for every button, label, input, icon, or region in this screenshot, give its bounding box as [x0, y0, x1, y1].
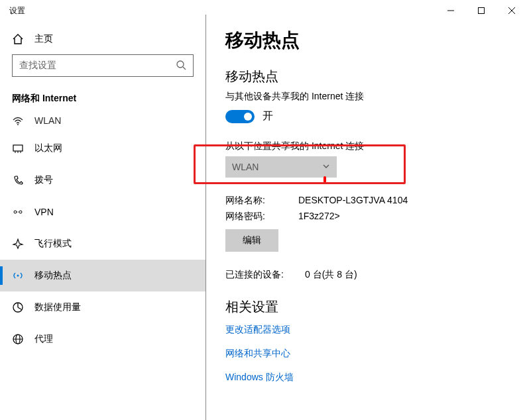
divider	[205, 15, 206, 420]
svg-point-6	[17, 124, 19, 125]
connected-devices-value: 0 台(共 8 台)	[305, 269, 357, 281]
sidebar-item-ethernet[interactable]: 以太网	[0, 132, 205, 164]
home-button[interactable]: 主页	[0, 28, 205, 54]
svg-rect-1	[479, 8, 485, 14]
sidebar-item-dialup[interactable]: 拨号	[0, 164, 205, 196]
annotation-marker	[323, 176, 326, 183]
svg-rect-7	[13, 145, 23, 151]
section-title: 移动热点	[225, 68, 514, 85]
hotspot-toggle[interactable]	[225, 110, 255, 123]
share-from-label: 从以下位置共享我的 Internet 连接	[225, 140, 514, 152]
sidebar: 主页 查找设置 网络和 Internet WLAN 以太网 拨号	[0, 21, 205, 420]
window-title: 设置	[9, 5, 25, 17]
home-icon	[12, 33, 24, 45]
network-password-key: 网络密码:	[225, 211, 298, 223]
sidebar-item-label: 拨号	[34, 174, 53, 186]
toggle-label: 开	[263, 109, 273, 123]
network-name-value: DESKTOP-L3GTJVA 4104	[298, 195, 408, 207]
maximize-button[interactable]	[466, 0, 497, 21]
svg-point-4	[177, 61, 184, 68]
ethernet-icon	[12, 142, 24, 154]
network-name-key: 网络名称:	[225, 195, 298, 207]
link-adapter-options[interactable]: 更改适配器选项	[225, 324, 514, 336]
sidebar-item-label: 代理	[34, 333, 53, 345]
sidebar-item-label: 飞行模式	[34, 238, 72, 250]
sidebar-item-label: WLAN	[34, 115, 61, 126]
search-placeholder: 查找设置	[19, 60, 56, 72]
main-panel: 移动热点 移动热点 与其他设备共享我的 Internet 连接 开 从以下位置共…	[205, 21, 527, 420]
proxy-icon	[12, 333, 24, 345]
minimize-button[interactable]	[436, 0, 466, 21]
svg-point-11	[14, 211, 17, 213]
data-usage-icon	[12, 301, 24, 313]
sidebar-section-title: 网络和 Internet	[0, 90, 205, 109]
sidebar-item-airplane[interactable]: 飞行模式	[0, 228, 205, 260]
sidebar-item-label: 移动热点	[34, 270, 72, 282]
window-controls	[436, 0, 527, 21]
search-input[interactable]: 查找设置	[12, 54, 194, 77]
home-label: 主页	[34, 33, 53, 45]
share-description: 与其他设备共享我的 Internet 连接	[225, 91, 514, 103]
connected-devices-key: 已连接的设备:	[225, 269, 305, 281]
sidebar-item-label: 以太网	[34, 142, 62, 154]
wifi-icon	[12, 115, 24, 127]
sidebar-item-proxy[interactable]: 代理	[0, 323, 205, 355]
sidebar-item-data[interactable]: 数据使用量	[0, 291, 205, 323]
svg-line-5	[183, 67, 186, 70]
chevron-down-icon	[322, 162, 330, 172]
vpn-icon	[12, 206, 24, 218]
svg-point-14	[17, 275, 19, 277]
search-icon	[176, 60, 186, 72]
airplane-icon	[12, 238, 24, 250]
sidebar-item-wlan[interactable]: WLAN	[0, 109, 205, 132]
page-title: 移动热点	[225, 28, 514, 53]
sidebar-item-label: 数据使用量	[34, 301, 81, 313]
hotspot-icon	[12, 270, 24, 282]
edit-button[interactable]: 编辑	[225, 229, 278, 252]
close-button[interactable]	[497, 0, 527, 21]
sidebar-item-hotspot[interactable]: 移动热点	[0, 260, 205, 291]
network-password-value: 1F3z272>	[298, 211, 340, 223]
link-network-sharing-center[interactable]: 网络和共享中心	[225, 348, 514, 360]
share-from-dropdown[interactable]: WLAN	[225, 156, 337, 178]
sidebar-item-label: VPN	[34, 207, 54, 217]
svg-point-12	[19, 211, 22, 213]
related-settings-title: 相关设置	[225, 298, 514, 316]
dialup-icon	[12, 174, 24, 186]
dropdown-value: WLAN	[232, 162, 259, 172]
link-windows-firewall[interactable]: Windows 防火墙	[225, 372, 514, 384]
sidebar-item-vpn[interactable]: VPN	[0, 196, 205, 228]
